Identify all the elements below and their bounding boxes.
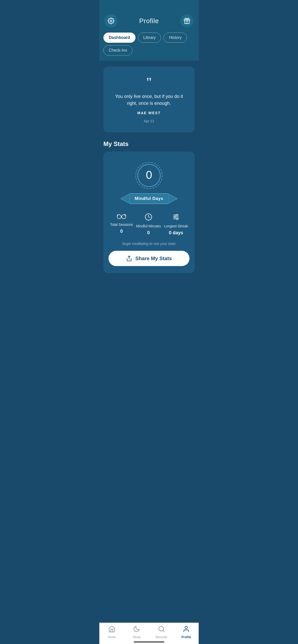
tab-history[interactable]: History (164, 33, 187, 43)
quote-text: You only live once, but if you do it rig… (111, 93, 187, 107)
total-sessions-value: 0 (120, 229, 123, 234)
quote-date: Apr 21 (111, 119, 187, 123)
tab-dashboard[interactable]: Dashboard (103, 33, 136, 43)
sliders-icon (172, 213, 180, 222)
mindful-days-badge: 0 Mindful Days (109, 160, 189, 204)
quote-card: " You only live once, but if you do it r… (103, 67, 195, 132)
mindful-minutes-stat: Mindful Minutes 0 (136, 213, 161, 236)
total-sessions-stat: Total Sessions 0 (110, 213, 133, 236)
longest-streak-value: 0 days (169, 230, 183, 236)
page-title: Profile (139, 17, 159, 25)
stats-card: 0 Mindful Days (103, 152, 195, 273)
svg-point-11 (176, 214, 177, 216)
longest-streak-label: Longest Streak (164, 224, 188, 228)
mindful-minutes-label: Mindful Minutes (136, 224, 161, 228)
settings-button[interactable] (104, 14, 118, 27)
ribbon-right (168, 194, 178, 203)
stats-row: Total Sessions 0 Mindful Minutes 0 (109, 213, 189, 236)
tab-library[interactable]: Library (138, 33, 161, 43)
status-bar (99, 0, 199, 11)
svg-point-5 (117, 215, 121, 219)
tabs-container: Dashboard Library History Check-Ins (99, 33, 199, 61)
stats-hint: begin meditating to see your stats (109, 242, 189, 246)
clock-icon (145, 213, 152, 222)
svg-point-0 (110, 20, 112, 22)
share-my-stats-button[interactable]: Share My Stats (109, 251, 189, 266)
glasses-icon (117, 213, 126, 221)
my-stats-title: My Stats (103, 140, 195, 148)
total-sessions-label: Total Sessions (110, 223, 133, 227)
gift-button[interactable] (180, 14, 194, 27)
svg-point-6 (122, 215, 126, 219)
share-btn-label: Share My Stats (135, 256, 172, 261)
header: Profile (99, 11, 199, 33)
mindful-days-label: Mindful Days (130, 193, 168, 204)
mindful-days-number: 0 (146, 169, 152, 181)
main-content: " You only live once, but if you do it r… (99, 61, 199, 296)
svg-point-13 (177, 218, 178, 219)
quote-symbol: " (111, 76, 187, 89)
quote-author: MAE WEST (111, 111, 187, 115)
longest-streak-stat: Longest Streak 0 days (164, 213, 188, 236)
svg-point-12 (174, 216, 175, 218)
ribbon-left (120, 194, 130, 203)
share-icon (126, 255, 132, 261)
mindful-minutes-value: 0 (147, 230, 150, 236)
tab-checkins[interactable]: Check-Ins (103, 45, 132, 55)
